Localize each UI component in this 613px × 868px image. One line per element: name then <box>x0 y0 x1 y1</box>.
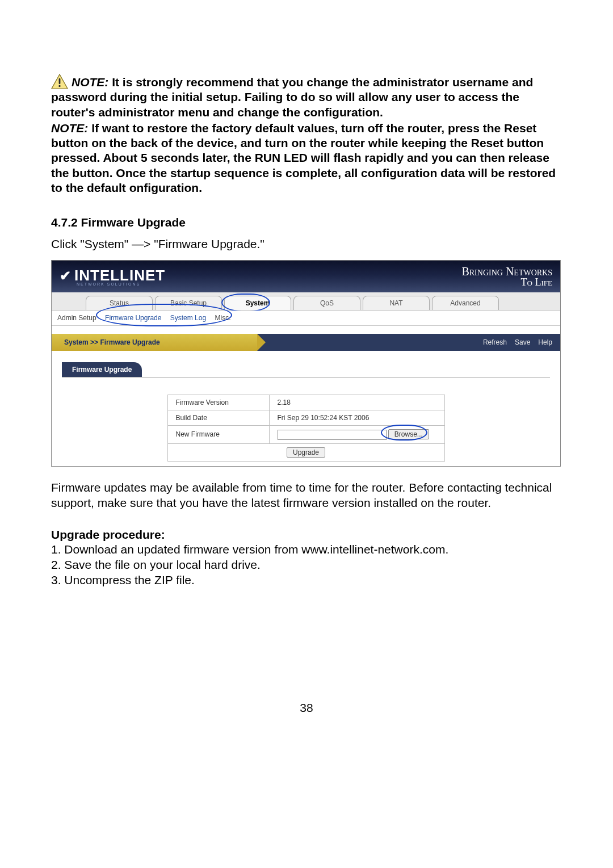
table-row: Firmware Version 2.18 <box>167 395 444 410</box>
tagline-line1: Bringing Networks <box>461 266 552 277</box>
router-admin-screenshot: ✔ INTELLINET NETWORK SOLUTIONS Bringing … <box>51 260 561 467</box>
tab-system[interactable]: System <box>224 296 291 310</box>
tab-status[interactable]: Status <box>86 296 153 310</box>
tab-advanced[interactable]: Advanced <box>432 296 499 310</box>
fw-version-label: Firmware Version <box>167 395 269 410</box>
step-3: 3. Uncompress the ZIP file. <box>51 572 562 588</box>
tab-qos[interactable]: QoS <box>293 296 360 310</box>
table-row: Build Date Fri Sep 29 10:52:24 KST 2006 <box>167 410 444 426</box>
warning-icon <box>51 74 68 90</box>
subnav-admin-setup[interactable]: Admin Setup <box>57 314 96 322</box>
new-firmware-input[interactable] <box>278 430 387 440</box>
panel-title: Firmware Upgrade <box>62 362 142 377</box>
tab-basic-setup[interactable]: Basic Setup <box>155 296 222 310</box>
note1-prefix: NOTE: <box>72 76 108 89</box>
subnav-system-log[interactable]: System Log <box>170 314 206 322</box>
tagline-line2: To Life <box>461 277 552 287</box>
tab-system-label: System <box>246 299 270 307</box>
body-text: Firmware updates may be available from t… <box>51 480 562 511</box>
content-area: Firmware Upgrade Firmware Version 2.18 B… <box>52 351 560 466</box>
table-row: New Firmware Browse... <box>167 426 444 444</box>
note-block-2: NOTE: If want to restore the factory def… <box>51 121 562 195</box>
note1-body: It is strongly recommend that you change… <box>51 76 533 119</box>
sub-nav: Admin Setup Firmware Upgrade System Log … <box>52 311 560 326</box>
screenshot-header: ✔ INTELLINET NETWORK SOLUTIONS Bringing … <box>52 261 560 292</box>
breadcrumb-row: System >> Firmware Upgrade Refresh Save … <box>52 334 560 351</box>
step-1: 1. Download an updated firmware version … <box>51 542 562 557</box>
new-firmware-label: New Firmware <box>167 426 269 444</box>
step-2: 2. Save the file on your local hard driv… <box>51 557 562 572</box>
build-date-value: Fri Sep 29 10:52:24 KST 2006 <box>269 410 444 426</box>
subnav-firmware-upgrade[interactable]: Firmware Upgrade <box>105 314 161 322</box>
breadcrumb: System >> Firmware Upgrade <box>52 334 257 351</box>
browse-button[interactable]: Browse... <box>388 429 429 439</box>
upgrade-cell: Upgrade <box>167 443 444 461</box>
procedure-steps: 1. Download an updated firmware version … <box>51 542 562 588</box>
table-row: Upgrade <box>167 443 444 461</box>
svg-rect-1 <box>59 78 61 84</box>
section-heading: 4.7.2 Firmware Upgrade <box>51 216 562 229</box>
section-instruction: Click "System" —> "Firmware Upgrade." <box>51 237 562 251</box>
firmware-table: Firmware Version 2.18 Build Date Fri Sep… <box>167 395 445 462</box>
subnav-misc[interactable]: Misc. <box>215 314 231 322</box>
note-block-1: NOTE: It is strongly recommend that you … <box>51 74 562 120</box>
tagline: Bringing Networks To Life <box>461 266 552 287</box>
page-number: 38 <box>51 701 562 715</box>
action-refresh[interactable]: Refresh <box>483 338 507 346</box>
tab-nat[interactable]: NAT <box>363 296 430 310</box>
main-tabbar: Status Basic Setup System QoS NAT Advanc… <box>52 292 560 311</box>
fw-version-value: 2.18 <box>269 395 444 410</box>
new-firmware-cell: Browse... <box>269 426 444 444</box>
upgrade-button[interactable]: Upgrade <box>287 447 325 458</box>
procedure-heading: Upgrade procedure: <box>51 528 562 542</box>
note2-prefix: NOTE: <box>51 121 88 135</box>
svg-point-2 <box>58 85 60 87</box>
note2-body: If want to restore the factory default v… <box>51 121 556 194</box>
build-date-label: Build Date <box>167 410 269 426</box>
action-help[interactable]: Help <box>538 338 552 346</box>
action-save[interactable]: Save <box>515 338 530 346</box>
breadcrumb-actions: Refresh Save Help <box>257 334 560 351</box>
brand-check-icon: ✔ <box>60 268 71 284</box>
